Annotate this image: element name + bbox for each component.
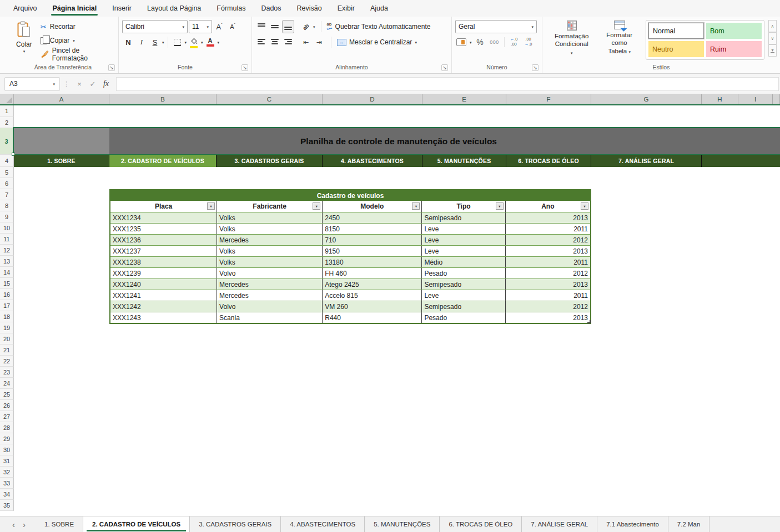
align-middle-button[interactable] — [269, 20, 281, 33]
table-cell[interactable]: 2013 — [506, 312, 590, 323]
table-cell[interactable]: 2012 — [506, 301, 590, 312]
row-header-21[interactable]: 21 — [0, 344, 14, 356]
sheet-tab-7-1-abastecimento[interactable]: 7.1 Abastecimento — [597, 516, 668, 532]
column-header-f[interactable]: F — [506, 94, 591, 104]
sheet-tab-5-manuten-es[interactable]: 5. MANUTENÇÕES — [365, 516, 440, 532]
row-header-12[interactable]: 12 — [0, 245, 14, 256]
chevron-down-icon[interactable]: ▾ — [185, 40, 187, 44]
align-top-button[interactable] — [255, 20, 268, 33]
dialog-launcher-icon[interactable]: ↘ — [241, 64, 248, 71]
paste-button[interactable]: Colar ▾ — [11, 19, 37, 62]
row-header-24[interactable]: 24 — [0, 378, 14, 389]
row-header-9[interactable]: 9 — [0, 211, 14, 222]
nav-tab-3-cadastros-gerais[interactable]: 3. CADASTROS GERAIS — [217, 155, 323, 167]
menu-tab-ajuda[interactable]: Ajuda — [363, 0, 396, 17]
table-cell[interactable]: Leve — [422, 224, 505, 234]
dialog-launcher-icon[interactable]: ↘ — [441, 64, 448, 71]
gallery-more-button[interactable]: ▾ — [768, 44, 777, 57]
name-box[interactable]: A3 ▾ — [4, 77, 60, 91]
align-bottom-button[interactable] — [282, 20, 294, 33]
cell-style-neutro[interactable]: Neutro — [648, 41, 704, 57]
table-cell[interactable]: Semipesado — [422, 301, 505, 312]
column-header-e[interactable]: E — [422, 94, 506, 104]
italic-button[interactable]: I — [135, 36, 148, 49]
row-header-18[interactable]: 18 — [0, 311, 14, 322]
conditional-formatting-button[interactable]: Formatação Condicional ▾ — [550, 19, 593, 62]
row-header-27[interactable]: 27 — [0, 411, 14, 422]
decrease-decimal-button[interactable]: .00→.0 — [522, 36, 535, 49]
row-header-25[interactable]: 25 — [0, 389, 14, 400]
column-header-h[interactable]: H — [702, 94, 738, 104]
bold-button[interactable]: N — [122, 36, 134, 49]
underline-button[interactable]: S — [149, 36, 161, 49]
table-cell[interactable]: Volks — [217, 224, 323, 234]
row-header-14[interactable]: 14 — [0, 267, 14, 278]
row-header-15[interactable]: 15 — [0, 278, 14, 289]
nav-tab-2-cadastro-de-ve-culos[interactable]: 2. CADASTRO DE VEÍCULOS — [109, 155, 217, 167]
table-cell[interactable]: 2011 — [506, 290, 590, 301]
table-cell[interactable]: XXX1235 — [110, 224, 217, 234]
sheet-tab-3-cadastros-gerais[interactable]: 3. CADASTROS GERAIS — [190, 516, 281, 532]
table-cell[interactable]: XXX1242 — [110, 301, 217, 312]
nav-tab-6-trocas-de-leo[interactable]: 6. TROCAS DE ÓLEO — [506, 155, 591, 167]
insert-function-icon[interactable]: fx — [99, 79, 113, 88]
sheet-tab-1-sobre[interactable]: 1. SOBRE — [36, 516, 83, 532]
row-header-13[interactable]: 13 — [0, 256, 14, 267]
table-cell[interactable]: Volks — [217, 212, 323, 223]
cell-style-bom[interactable]: Bom — [706, 23, 762, 39]
nav-tab-4-abastecimentos[interactable]: 4. ABASTECIMENTOS — [323, 155, 422, 167]
table-cell[interactable]: 9150 — [323, 246, 422, 256]
table-cell[interactable]: XXX1243 — [110, 312, 217, 323]
row-header-2[interactable]: 2 — [0, 117, 14, 128]
chevron-down-icon[interactable]: ▾ — [218, 40, 220, 44]
sheet-tab-4-abastecimentos[interactable]: 4. ABASTECIMENTOS — [281, 516, 365, 532]
table-cell[interactable]: Mercedes — [217, 235, 323, 245]
table-cell[interactable]: XXX1241 — [110, 290, 217, 301]
column-header-a[interactable]: A — [14, 94, 109, 104]
row-header-1[interactable]: 1 — [0, 105, 14, 117]
table-cell[interactable]: Leve — [422, 290, 505, 301]
table-cell[interactable]: 2450 — [323, 212, 422, 223]
dialog-launcher-icon[interactable]: ↘ — [532, 64, 539, 71]
row-header-17[interactable]: 17 — [0, 300, 14, 311]
sheet-nav-right-arrow[interactable]: › — [23, 520, 26, 529]
copy-button[interactable]: Copiar ▾ — [41, 35, 115, 46]
table-cell[interactable]: Pesado — [422, 312, 505, 323]
gallery-scroll-up-button[interactable]: ∧ — [768, 20, 777, 32]
row-header-29[interactable]: 29 — [0, 433, 14, 444]
sheet-tab-6-trocas-de-leo[interactable]: 6. TROCAS DE ÓLEO — [440, 516, 522, 532]
select-all-corner[interactable] — [0, 94, 14, 104]
row-header-32[interactable]: 32 — [0, 467, 14, 478]
table-cell[interactable]: 2011 — [506, 257, 590, 267]
chevron-down-icon[interactable]: ▾ — [162, 40, 164, 44]
borders-button[interactable] — [172, 36, 184, 49]
column-header-c[interactable]: C — [217, 94, 323, 104]
decrease-indent-button[interactable]: ⇤ — [300, 36, 312, 49]
column-header-g[interactable]: G — [591, 94, 702, 104]
column-header-d[interactable]: D — [323, 94, 422, 104]
table-cell[interactable]: XXX1239 — [110, 268, 217, 278]
table-cell[interactable]: Semipesado — [422, 279, 505, 290]
number-format-select[interactable]: Geral ▾ — [455, 20, 537, 33]
cut-button[interactable]: ✂ Recortar — [41, 21, 115, 32]
table-cell[interactable]: 13180 — [323, 257, 422, 267]
row-header-19[interactable]: 19 — [0, 322, 14, 333]
table-cell[interactable]: Mercedes — [217, 290, 323, 301]
title-merged-cell[interactable]: Planilha de controle de manutenção de ve… — [109, 128, 780, 155]
row-header-7[interactable]: 7 — [0, 189, 14, 200]
nav-tab-1-sobre[interactable]: 1. SOBRE — [14, 155, 109, 167]
chevron-down-icon[interactable]: ▾ — [470, 40, 472, 44]
increase-indent-button[interactable]: ⇥ — [313, 36, 325, 49]
sheet-tab-7-an-lise-geral[interactable]: 7. ANÁLISE GERAL — [522, 516, 597, 532]
gallery-scroll-down-button[interactable]: ∨ — [768, 32, 777, 44]
table-cell[interactable]: 2012 — [506, 268, 590, 278]
filter-button-ano[interactable]: ▾ — [581, 202, 588, 210]
table-cell[interactable]: XXX1240 — [110, 279, 217, 290]
table-cell[interactable]: Volks — [217, 246, 323, 256]
row-header-8[interactable]: 8 — [0, 200, 14, 211]
sheet-tab-2-cadastro-de-ve-culos[interactable]: 2. CADASTRO DE VEÍCULOS — [83, 516, 190, 532]
selected-cell-a3[interactable] — [14, 128, 109, 155]
formula-input[interactable] — [116, 77, 779, 91]
table-cell[interactable]: 2013 — [506, 212, 590, 223]
row-header-10[interactable]: 10 — [0, 222, 14, 234]
